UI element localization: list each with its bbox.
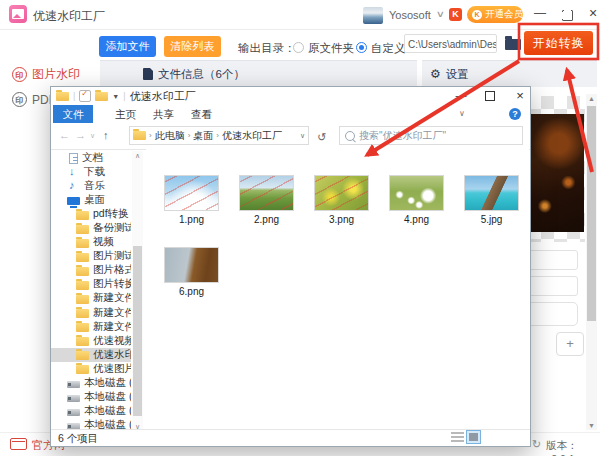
browse-folder-icon[interactable] xyxy=(505,39,521,50)
tree-item[interactable]: 文档 xyxy=(51,151,131,165)
disk-icon xyxy=(67,409,80,416)
file-thumbnail-daisy-field xyxy=(389,175,444,211)
app-titlebar: 优速水印工厂 Yososoft ∨ K K 开通会员 — × xyxy=(0,0,600,30)
back-icon[interactable]: ← xyxy=(59,129,70,141)
account-name[interactable]: Yososoft xyxy=(389,9,431,21)
folder-icon xyxy=(76,337,89,346)
file-thumbnail-yellow-flowers xyxy=(314,175,369,211)
radio-original-folder[interactable] xyxy=(293,42,304,53)
tree-item[interactable]: 优速图片无损放大 xyxy=(51,362,131,376)
stamp-icon: 印 xyxy=(12,92,27,107)
file-item[interactable]: 1.png xyxy=(159,175,224,225)
file-thumbnail-autumn-lake xyxy=(164,247,219,283)
properties-checkbox-icon[interactable] xyxy=(79,90,91,102)
file-name: 5.jpg xyxy=(459,214,524,225)
tree-item[interactable]: 下载 xyxy=(51,165,131,179)
file-item[interactable]: 6.png xyxy=(159,247,224,297)
file-thumbnail-green-landscape xyxy=(239,175,294,211)
thumbnail-view-icon[interactable] xyxy=(466,430,481,444)
menu-tab-share[interactable]: 共享 xyxy=(153,105,174,123)
start-convert-button[interactable]: 开始转换 xyxy=(524,31,593,55)
details-view-icon[interactable] xyxy=(451,432,464,443)
tree-item[interactable]: 本地磁盘 (E:) xyxy=(51,404,131,418)
tree-item[interactable]: 新建文件夹 xyxy=(51,291,131,305)
tree-item-selected[interactable]: 优速水印工厂 xyxy=(51,348,131,362)
forward-icon[interactable]: → xyxy=(75,129,86,141)
maximize-button[interactable] xyxy=(562,10,573,21)
address-bar[interactable]: › 此电脑 › 桌面 › 优速水印工厂 ∨ xyxy=(129,126,309,145)
scroll-up-icon[interactable]: ▲ xyxy=(586,95,597,102)
minimize-button[interactable]: — xyxy=(533,7,547,21)
explorer-navbar: ← → ∨ ↑ › 此电脑 › 桌面 › 优速水印工厂 ∨ ↻ 搜索"优速水印工… xyxy=(51,123,530,150)
chevron-down-icon[interactable]: ∨ xyxy=(436,9,445,19)
tree-item[interactable]: 图片转换 xyxy=(51,277,131,291)
file-info-panel-header: 文件信息（6个） xyxy=(100,60,417,87)
tree-item[interactable]: 备份测试 xyxy=(51,221,131,235)
tree-item[interactable]: 图片测试 xyxy=(51,249,131,263)
tree-scrollbar[interactable]: ∧ ∨ xyxy=(132,151,143,432)
folder-icon xyxy=(76,351,89,360)
desktop-icon xyxy=(67,197,80,205)
tree-item[interactable]: 优速视频转换器 xyxy=(51,334,131,348)
refresh-icon[interactable]: ↻ xyxy=(317,131,326,144)
qat-dropdown-icon[interactable]: ▼ xyxy=(112,93,119,100)
history-dropdown-icon[interactable]: ∨ xyxy=(90,132,95,140)
radio-custom-label[interactable]: 自定义 xyxy=(371,41,406,56)
tree-item[interactable]: 本地磁盘 (C:) xyxy=(51,376,131,390)
clear-list-button[interactable]: 清除列表 xyxy=(164,36,221,57)
sidebar-item-image-watermark[interactable]: 印 图片水印 xyxy=(12,66,80,83)
explorer-minimize-button[interactable]: — xyxy=(454,89,468,101)
help-icon[interactable]: ? xyxy=(509,108,521,120)
explorer-close-button[interactable]: × xyxy=(513,88,527,103)
ribbon-collapse-icon[interactable]: ∨ xyxy=(459,109,465,118)
official-site-icon[interactable] xyxy=(10,438,27,450)
tree-item[interactable]: 桌面 xyxy=(51,193,131,207)
scroll-up-icon[interactable]: ∧ xyxy=(132,152,143,160)
address-dropdown-icon[interactable]: ∨ xyxy=(300,132,305,140)
file-thumbnail-sky-clouds xyxy=(164,175,219,211)
file-info-title: 文件信息（6个） xyxy=(158,67,245,82)
avatar[interactable] xyxy=(363,7,383,24)
output-path-input[interactable]: C:\Users\admin\Deskto xyxy=(404,34,497,53)
scrollbar-thumb[interactable] xyxy=(587,106,596,321)
radio-original-label[interactable]: 原文件夹 xyxy=(308,41,354,56)
check-update-icon[interactable]: ↻ xyxy=(532,438,541,451)
file-item[interactable]: 3.png xyxy=(309,175,374,225)
file-explorer-window: | ▼ | 优速水印工厂 — × 文件 主页 共享 查看 ∨ ? ← → ∨ ↑… xyxy=(50,86,531,447)
breadcrumb-desktop[interactable]: 桌面 xyxy=(193,129,213,143)
increase-button[interactable]: + xyxy=(556,332,584,356)
disk-icon xyxy=(67,395,80,402)
tree-item[interactable]: 视频 xyxy=(51,235,131,249)
upgrade-vip-button[interactable]: K 开通会员 xyxy=(467,6,523,23)
scroll-down-icon[interactable]: ▼ xyxy=(586,422,597,429)
breadcrumb-current-folder[interactable]: 优速水印工厂 xyxy=(222,129,282,143)
menu-tab-file[interactable]: 文件 xyxy=(53,105,93,123)
file-item[interactable]: 4.png xyxy=(384,175,449,225)
radio-custom-folder[interactable] xyxy=(356,42,367,53)
file-item[interactable]: 2.png xyxy=(234,175,299,225)
tree-item[interactable]: 新建文件夹 (3) xyxy=(51,320,131,334)
folder-icon xyxy=(76,211,89,220)
tree-item[interactable]: 图片格式转换器 xyxy=(51,263,131,277)
tree-item[interactable]: pdf转换 xyxy=(51,207,131,221)
app-logo-icon xyxy=(9,5,27,23)
explorer-search-box[interactable]: 搜索"优速水印工厂" xyxy=(339,126,523,145)
folder-icon xyxy=(76,309,89,318)
gear-icon: ⚙ xyxy=(430,68,441,80)
settings-scrollbar[interactable]: ▲ ▼ xyxy=(586,94,597,430)
tree-item[interactable]: 音乐 xyxy=(51,179,131,193)
folder-icon xyxy=(76,281,89,290)
up-icon[interactable]: ↑ xyxy=(103,129,109,141)
folder-icon xyxy=(76,295,89,304)
tree-item[interactable]: 新建文件夹 (2) xyxy=(51,306,131,320)
close-button[interactable]: × xyxy=(586,6,600,20)
scrollbar-thumb[interactable] xyxy=(133,246,142,416)
breadcrumb-this-pc[interactable]: 此电脑 xyxy=(155,129,185,143)
add-files-button[interactable]: 添加文件 xyxy=(99,36,156,57)
tree-item[interactable]: 本地磁盘 (D:) xyxy=(51,390,131,404)
menu-tab-home[interactable]: 主页 xyxy=(115,105,136,123)
file-item[interactable]: 5.jpg xyxy=(459,175,524,225)
explorer-maximize-button[interactable] xyxy=(485,91,495,101)
menu-tab-view[interactable]: 查看 xyxy=(191,105,212,123)
watermark-marks xyxy=(315,176,368,210)
